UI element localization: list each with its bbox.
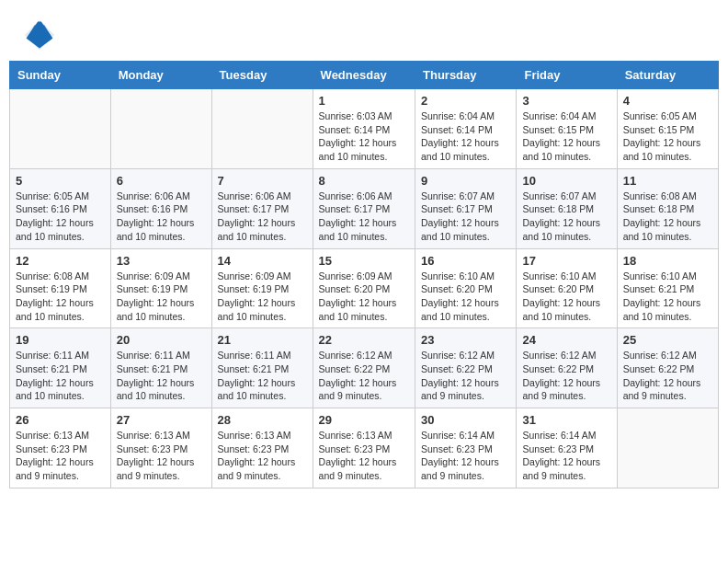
day-number: 19 xyxy=(16,333,105,347)
day-info: Sunrise: 6:07 AM Sunset: 6:18 PM Dayligh… xyxy=(522,190,610,244)
day-number: 5 xyxy=(16,174,105,188)
calendar-cell: 2Sunrise: 6:04 AM Sunset: 6:14 PM Daylig… xyxy=(415,89,517,169)
calendar-cell: 23Sunrise: 6:12 AM Sunset: 6:22 PM Dayli… xyxy=(415,328,517,408)
day-info: Sunrise: 6:12 AM Sunset: 6:22 PM Dayligh… xyxy=(522,349,610,403)
calendar-cell xyxy=(10,89,111,169)
day-info: Sunrise: 6:11 AM Sunset: 6:21 PM Dayligh… xyxy=(117,349,206,403)
day-info: Sunrise: 6:09 AM Sunset: 6:19 PM Dayligh… xyxy=(218,270,307,324)
calendar-week-row: 5Sunrise: 6:05 AM Sunset: 6:16 PM Daylig… xyxy=(10,168,719,248)
day-info: Sunrise: 6:04 AM Sunset: 6:15 PM Dayligh… xyxy=(522,109,610,164)
calendar-cell: 27Sunrise: 6:13 AM Sunset: 6:23 PM Dayli… xyxy=(110,408,211,488)
weekday-header-sunday: Sunday xyxy=(10,62,111,89)
calendar-cell: 4Sunrise: 6:05 AM Sunset: 6:15 PM Daylig… xyxy=(617,89,718,169)
calendar-cell: 16Sunrise: 6:10 AM Sunset: 6:20 PM Dayli… xyxy=(415,248,517,328)
day-number: 27 xyxy=(117,413,206,427)
day-number: 16 xyxy=(421,254,510,268)
calendar-week-row: 26Sunrise: 6:13 AM Sunset: 6:23 PM Dayli… xyxy=(10,408,719,488)
day-info: Sunrise: 6:09 AM Sunset: 6:19 PM Dayligh… xyxy=(117,270,206,324)
logo xyxy=(23,18,60,52)
day-number: 2 xyxy=(421,94,510,108)
calendar-cell: 31Sunrise: 6:14 AM Sunset: 6:23 PM Dayli… xyxy=(517,408,617,488)
calendar-cell: 3Sunrise: 6:04 AM Sunset: 6:15 PM Daylig… xyxy=(517,89,617,169)
day-info: Sunrise: 6:12 AM Sunset: 6:22 PM Dayligh… xyxy=(421,349,510,403)
day-info: Sunrise: 6:10 AM Sunset: 6:20 PM Dayligh… xyxy=(421,270,510,324)
day-info: Sunrise: 6:10 AM Sunset: 6:21 PM Dayligh… xyxy=(623,270,712,324)
day-info: Sunrise: 6:13 AM Sunset: 6:23 PM Dayligh… xyxy=(218,429,307,483)
day-info: Sunrise: 6:13 AM Sunset: 6:23 PM Dayligh… xyxy=(319,429,409,483)
calendar-cell: 30Sunrise: 6:14 AM Sunset: 6:23 PM Dayli… xyxy=(415,408,517,488)
day-number: 31 xyxy=(522,413,610,427)
weekday-header-wednesday: Wednesday xyxy=(313,62,415,89)
calendar-cell xyxy=(617,408,718,488)
day-number: 10 xyxy=(522,174,610,188)
day-info: Sunrise: 6:11 AM Sunset: 6:21 PM Dayligh… xyxy=(16,349,105,403)
day-number: 20 xyxy=(117,333,206,347)
calendar-cell: 5Sunrise: 6:05 AM Sunset: 6:16 PM Daylig… xyxy=(10,168,111,248)
weekday-header-row: SundayMondayTuesdayWednesdayThursdayFrid… xyxy=(10,62,719,89)
weekday-header-tuesday: Tuesday xyxy=(211,62,313,89)
weekday-header-monday: Monday xyxy=(110,62,211,89)
day-number: 18 xyxy=(623,254,712,268)
calendar-week-row: 19Sunrise: 6:11 AM Sunset: 6:21 PM Dayli… xyxy=(10,328,719,408)
day-number: 3 xyxy=(522,94,610,108)
day-info: Sunrise: 6:06 AM Sunset: 6:17 PM Dayligh… xyxy=(218,190,307,244)
day-info: Sunrise: 6:04 AM Sunset: 6:14 PM Dayligh… xyxy=(421,109,510,164)
day-number: 30 xyxy=(421,413,510,427)
calendar-cell xyxy=(211,89,313,169)
calendar-cell: 6Sunrise: 6:06 AM Sunset: 6:16 PM Daylig… xyxy=(110,168,211,248)
day-number: 12 xyxy=(16,254,105,268)
calendar: SundayMondayTuesdayWednesdayThursdayFrid… xyxy=(9,61,719,488)
weekday-header-friday: Friday xyxy=(517,62,617,89)
calendar-cell: 13Sunrise: 6:09 AM Sunset: 6:19 PM Dayli… xyxy=(110,248,211,328)
day-number: 7 xyxy=(218,174,307,188)
calendar-cell xyxy=(110,89,211,169)
calendar-cell: 19Sunrise: 6:11 AM Sunset: 6:21 PM Dayli… xyxy=(10,328,111,408)
weekday-header-thursday: Thursday xyxy=(415,62,517,89)
day-info: Sunrise: 6:05 AM Sunset: 6:15 PM Dayligh… xyxy=(623,109,712,164)
calendar-cell: 18Sunrise: 6:10 AM Sunset: 6:21 PM Dayli… xyxy=(617,248,718,328)
day-number: 21 xyxy=(218,333,307,347)
calendar-cell: 25Sunrise: 6:12 AM Sunset: 6:22 PM Dayli… xyxy=(617,328,718,408)
day-number: 25 xyxy=(623,333,712,347)
calendar-cell: 11Sunrise: 6:08 AM Sunset: 6:18 PM Dayli… xyxy=(617,168,718,248)
day-info: Sunrise: 6:13 AM Sunset: 6:23 PM Dayligh… xyxy=(117,429,206,483)
day-info: Sunrise: 6:12 AM Sunset: 6:22 PM Dayligh… xyxy=(623,349,712,403)
day-info: Sunrise: 6:08 AM Sunset: 6:19 PM Dayligh… xyxy=(16,270,105,324)
day-info: Sunrise: 6:10 AM Sunset: 6:20 PM Dayligh… xyxy=(522,270,610,324)
calendar-cell: 29Sunrise: 6:13 AM Sunset: 6:23 PM Dayli… xyxy=(313,408,415,488)
calendar-cell: 1Sunrise: 6:03 AM Sunset: 6:14 PM Daylig… xyxy=(313,89,415,169)
calendar-week-row: 12Sunrise: 6:08 AM Sunset: 6:19 PM Dayli… xyxy=(10,248,719,328)
day-number: 4 xyxy=(623,94,712,108)
calendar-cell: 24Sunrise: 6:12 AM Sunset: 6:22 PM Dayli… xyxy=(517,328,617,408)
day-number: 11 xyxy=(623,174,712,188)
day-info: Sunrise: 6:06 AM Sunset: 6:16 PM Dayligh… xyxy=(117,190,206,244)
header xyxy=(9,9,719,56)
day-number: 9 xyxy=(421,174,510,188)
day-info: Sunrise: 6:14 AM Sunset: 6:23 PM Dayligh… xyxy=(421,429,510,483)
calendar-cell: 22Sunrise: 6:12 AM Sunset: 6:22 PM Dayli… xyxy=(313,328,415,408)
calendar-cell: 8Sunrise: 6:06 AM Sunset: 6:17 PM Daylig… xyxy=(313,168,415,248)
svg-marker-4 xyxy=(27,22,53,49)
day-number: 29 xyxy=(319,413,409,427)
day-number: 28 xyxy=(218,413,307,427)
calendar-cell: 14Sunrise: 6:09 AM Sunset: 6:19 PM Dayli… xyxy=(211,248,313,328)
logo-icon xyxy=(23,18,56,52)
day-info: Sunrise: 6:03 AM Sunset: 6:14 PM Dayligh… xyxy=(319,109,409,164)
day-number: 23 xyxy=(421,333,510,347)
day-number: 1 xyxy=(319,94,409,108)
day-number: 13 xyxy=(117,254,206,268)
calendar-cell: 20Sunrise: 6:11 AM Sunset: 6:21 PM Dayli… xyxy=(110,328,211,408)
calendar-cell: 21Sunrise: 6:11 AM Sunset: 6:21 PM Dayli… xyxy=(211,328,313,408)
calendar-cell: 17Sunrise: 6:10 AM Sunset: 6:20 PM Dayli… xyxy=(517,248,617,328)
day-number: 14 xyxy=(218,254,307,268)
calendar-cell: 9Sunrise: 6:07 AM Sunset: 6:17 PM Daylig… xyxy=(415,168,517,248)
day-info: Sunrise: 6:08 AM Sunset: 6:18 PM Dayligh… xyxy=(623,190,712,244)
day-number: 26 xyxy=(16,413,105,427)
weekday-header-saturday: Saturday xyxy=(617,62,718,89)
calendar-cell: 7Sunrise: 6:06 AM Sunset: 6:17 PM Daylig… xyxy=(211,168,313,248)
day-info: Sunrise: 6:09 AM Sunset: 6:20 PM Dayligh… xyxy=(319,270,409,324)
day-info: Sunrise: 6:12 AM Sunset: 6:22 PM Dayligh… xyxy=(319,349,409,403)
day-info: Sunrise: 6:07 AM Sunset: 6:17 PM Dayligh… xyxy=(421,190,510,244)
day-number: 22 xyxy=(319,333,409,347)
calendar-cell: 26Sunrise: 6:13 AM Sunset: 6:23 PM Dayli… xyxy=(10,408,111,488)
